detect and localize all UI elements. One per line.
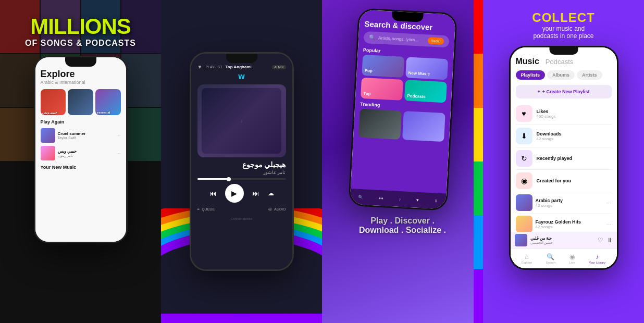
collect-headline: COLLECT your music andpodcasts in one pl… [532, 10, 595, 40]
nav-library-icon[interactable]: ♪ [399, 196, 401, 201]
panel-1-content: MILLIONS OF SONGS & PODCASTS Explore Ara… [0, 0, 161, 323]
category-label: New Music [408, 70, 430, 76]
now-playing-artist: تامر عاشور [197, 170, 286, 175]
panel-2: ▼ PLAYLIST Top Anghami AI MIX w ♪ هيجيلي… [161, 0, 322, 323]
song-info: حبيبي ويس تامر زيتون [58, 149, 114, 158]
tab-podcasts[interactable]: Podcasts [546, 58, 573, 66]
tab-artists[interactable]: Artists [577, 70, 602, 80]
song-item[interactable]: Cruel summer Taylor Swift ··· [41, 127, 121, 144]
nav-label-explore: Explore [522, 261, 532, 264]
phone-screen-4: Music Podcasts Playlists Albums Artists … [511, 47, 617, 268]
library-item-downloads[interactable]: ⬇ Downloads 42 songs [516, 125, 612, 147]
nav-label-search: Search [546, 261, 555, 264]
category-label: Pop [364, 68, 373, 73]
play-again-label: Play Again [41, 119, 121, 125]
mini-player[interactable]: جنة من قلبي حسين الجسمي ♡ ⏸ [511, 232, 617, 249]
trending-item[interactable] [402, 111, 445, 142]
player-controls: ⏮ ▶ ⏭ ☁ [197, 184, 286, 203]
mini-player-controls: ♡ ⏸ [598, 237, 613, 244]
category-new-music[interactable]: New Music [405, 57, 448, 80]
plus-icon: + [537, 89, 540, 94]
nav-search-icon[interactable]: 🔍 [357, 194, 363, 200]
playlist-header: ▼ PLAYLIST Top Anghami AI MIX [197, 64, 286, 70]
player-footer: ≡ QUEUE ◎ AUDIO [197, 207, 286, 212]
queue-section: ≡ QUEUE [197, 207, 215, 212]
radar-button[interactable]: Radar [427, 37, 444, 45]
create-new-playlist-button[interactable]: + + Create New Playlist [516, 85, 612, 98]
phone-mockup-4: Music Podcasts Playlists Albums Artists … [509, 46, 618, 270]
album-art: ♪ [197, 84, 286, 157]
trending-item[interactable] [358, 109, 402, 140]
bottom-navigation: ⌂ Explore 🔍 Search ◉ Live ♪ Your Library [511, 249, 617, 268]
artist-label: حبيبي ويس [42, 110, 65, 114]
recently-played-icon: ↻ [516, 150, 532, 167]
more-options-icon[interactable]: ··· [606, 220, 611, 228]
playlist-info: Arabic party 42 songs [536, 198, 603, 208]
playlist-artwork [516, 216, 532, 232]
nav-item-live[interactable]: ◉ Live [569, 253, 575, 264]
phone-mockup-1: Explore Arabic & International حبيبي ويس… [34, 56, 128, 243]
library-item-created-for-you[interactable]: ◉ Created for you [516, 170, 612, 192]
mini-pause-icon[interactable]: ⏸ [606, 237, 613, 244]
library-item-info: Recently played [537, 156, 612, 161]
search-icon: 🔍 [547, 253, 554, 260]
audio-label[interactable]: AUDIO [274, 207, 286, 211]
library-item-name: Created for you [537, 178, 612, 183]
playlist-info: Fayrouz Golden Hits 42 songs [536, 219, 603, 229]
artist-label: essential [97, 111, 119, 114]
explore-title: Explore [41, 69, 121, 80]
nav-pause-icon[interactable]: ⏸ [434, 198, 438, 203]
playlist-title: Arabic party [536, 198, 603, 203]
nav-connect-icon[interactable]: ●● [378, 195, 383, 200]
mini-heart-icon[interactable]: ♡ [598, 237, 603, 244]
nav-item-explore[interactable]: ⌂ Explore [522, 253, 532, 264]
category-grid: Pop New Music Top Podcasts [361, 55, 448, 103]
playlist-song-count: 42 songs [536, 225, 603, 229]
panel-3: Search & discover 🔍 Artists, songs, lyri… [322, 0, 483, 323]
now-playing-title: هيجيلي موجوع [197, 160, 286, 169]
previous-button[interactable]: ⏮ [209, 189, 217, 197]
library-item-likes[interactable]: ♥ Likes 465 songs [516, 103, 612, 125]
more-options-icon[interactable]: ··· [116, 133, 120, 139]
song-title: حبيبي ويس [58, 149, 114, 154]
search-input[interactable]: Artists, songs, lyrics... [378, 35, 424, 43]
play-pause-button[interactable]: ▶ [225, 184, 244, 203]
tab-playlists[interactable]: Playlists [516, 70, 546, 80]
nav-heart-icon[interactable]: ♥ [416, 197, 418, 202]
category-top[interactable]: Top [361, 78, 403, 101]
library-item-info: Likes 465 songs [537, 109, 612, 119]
song-info: Cruel summer Taylor Swift [58, 131, 114, 140]
chevron-down-icon[interactable]: ▼ [197, 64, 203, 70]
created-for-you-icon: ◉ [516, 172, 532, 189]
tab-albums[interactable]: Albums [547, 70, 575, 80]
progress-bar[interactable] [197, 178, 286, 180]
album-image: ♪ [202, 88, 281, 154]
nav-item-search[interactable]: 🔍 Search [546, 253, 555, 264]
song-item[interactable]: حبيبي ويس تامر زيتون ··· [41, 144, 121, 162]
playlist-name: Top Anghami [226, 65, 252, 69]
library-item-name: Downloads [537, 131, 612, 136]
artist-grid: حبيبي ويس essential [41, 89, 121, 115]
search-icon: 🔍 [368, 34, 375, 41]
song-artist: Taylor Swift [58, 136, 114, 140]
category-podcasts[interactable]: Podcasts [404, 80, 447, 103]
download-icon[interactable]: ☁ [268, 190, 274, 197]
mini-player-artist: حسين الجسمي [530, 241, 595, 245]
playlist-item-arabic-party[interactable]: Arabic party 42 songs ··· [516, 192, 612, 214]
mini-player-title: جنة من قلبي [530, 236, 595, 241]
playlist-type-label: PLAYLIST [205, 65, 222, 69]
panel-1-headline: MILLIONS [30, 16, 131, 38]
library-icon: ♪ [596, 253, 599, 260]
phone-notch [226, 54, 257, 63]
collect-title: COLLECT [532, 10, 595, 25]
more-options-icon[interactable]: ··· [116, 151, 120, 156]
library-item-count: 465 songs [537, 114, 612, 119]
category-pop[interactable]: Pop [362, 55, 404, 78]
nav-item-library[interactable]: ♪ Your Library [589, 253, 605, 264]
queue-label[interactable]: QUEUE [202, 207, 215, 211]
search-bar[interactable]: 🔍 Artists, songs, lyrics... Radar [363, 31, 449, 48]
tab-music[interactable]: Music [516, 57, 539, 66]
library-item-recently-played[interactable]: ↻ Recently played [516, 147, 612, 170]
next-button[interactable]: ⏭ [252, 189, 259, 197]
more-options-icon[interactable]: ··· [606, 199, 611, 206]
